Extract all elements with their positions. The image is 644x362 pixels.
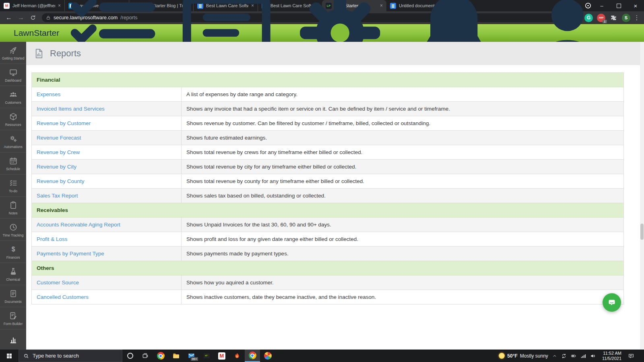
sidebar-item-time-tracking[interactable]: Time Tracking: [0, 219, 26, 241]
sidebar-item-dashboard[interactable]: Dashboard: [0, 64, 26, 86]
sidebar-item-label: Schedule: [6, 167, 20, 171]
sidebar-item-label: Form Builder: [4, 322, 23, 326]
report-link-revenue-forecast[interactable]: Revenue Forecast: [37, 135, 81, 141]
report-name-cell: Cancelled Customers: [32, 290, 182, 304]
report-link-expenses[interactable]: Expenses: [37, 91, 60, 97]
report-name-cell: Revenue by City: [32, 160, 182, 174]
sidebar-item-notes[interactable]: Notes: [0, 197, 26, 219]
network-icon[interactable]: [580, 353, 586, 359]
taskbar-app-pinwheel[interactable]: [260, 350, 275, 362]
cortana-button[interactable]: [122, 350, 138, 362]
taskbar-app-mail[interactable]: 99+: [184, 350, 199, 362]
reload-button[interactable]: [27, 12, 39, 23]
report-name-cell: Revenue by Customer: [32, 116, 182, 130]
report-name-cell: Expenses: [32, 87, 182, 101]
section-header-others: Others: [32, 261, 623, 276]
sidebar-item-label: Finances: [6, 255, 20, 259]
sidebar-item-label: Automations: [4, 145, 22, 149]
brand-logo[interactable]: LawnStarter: [14, 28, 59, 38]
taskbar-app-nvidia[interactable]: [199, 350, 214, 362]
reports-table: FinancialExpensesA list of expenses by d…: [31, 72, 624, 304]
report-link-cancelled-customers[interactable]: Cancelled Customers: [37, 294, 89, 300]
taskbar-app-chrome[interactable]: [153, 350, 168, 362]
sidebar: Getting StartedDashboardCustomersResourc…: [0, 42, 26, 350]
intercom-chat-button[interactable]: [603, 293, 621, 312]
table-row: Sales Tax ReportShows sales tax based on…: [32, 189, 623, 203]
mail-badge: 99+: [190, 357, 198, 361]
report-link-revenue-by-county[interactable]: Revenue by County: [37, 178, 85, 184]
calendar-icon: [9, 156, 18, 165]
sidebar-item-customers[interactable]: Customers: [0, 86, 26, 108]
sidebar-item-label: Notes: [9, 211, 18, 215]
report-description: Shows inactive customers, date they beca…: [186, 294, 376, 300]
sidebar-item-label: Documents: [4, 300, 21, 304]
weather-desc: Mostly sunny: [520, 353, 548, 359]
sidebar-item-getting-started[interactable]: Getting Started: [0, 42, 26, 64]
close-button[interactable]: ×: [627, 0, 644, 11]
action-center-icon[interactable]: [628, 353, 634, 359]
report-link-accounts-receivable-aging-report[interactable]: Accounts Receivable Aging Report: [37, 222, 120, 228]
monitor-icon: [9, 68, 18, 77]
gmail-icon: M: [218, 352, 225, 360]
chart-icon: [9, 335, 18, 344]
browser-menu-icon[interactable]: ⋮: [633, 14, 641, 21]
scrollbar-thumb[interactable]: [640, 224, 644, 240]
clock-icon: [9, 223, 18, 232]
cube-icon: [9, 112, 18, 121]
sync-icon[interactable]: [561, 353, 567, 359]
taskbar-app-chrome-open[interactable]: [245, 350, 260, 362]
report-link-payments-by-payment-type[interactable]: Payments by Payment Type: [37, 251, 104, 257]
sidebar-item-resources[interactable]: Resources: [0, 108, 26, 130]
report-description: A list of expenses by date range and cat…: [186, 91, 297, 97]
report-description-cell: Shows future estimated earnings.: [182, 131, 623, 145]
weather-widget[interactable]: 50°F Mostly sunny: [499, 353, 548, 359]
sidebar-item-documents[interactable]: Documents: [0, 285, 26, 307]
start-button[interactable]: [0, 350, 19, 362]
report-description: Shows revenue by customer. Can be filter…: [186, 120, 430, 126]
taskbar-search[interactable]: Type here to search: [19, 350, 122, 362]
report-link-revenue-by-city[interactable]: Revenue by City: [37, 164, 76, 170]
page-scrollbar[interactable]: [640, 42, 644, 350]
sidebar-item-to-do[interactable]: To-do: [0, 175, 26, 197]
volume-icon[interactable]: [590, 353, 596, 359]
taskbar-app-gmail[interactable]: M: [214, 350, 229, 362]
forward-button[interactable]: →: [15, 12, 27, 23]
lock-icon: [46, 15, 51, 20]
chrome-icon: [249, 352, 256, 359]
battery-icon[interactable]: [571, 353, 576, 359]
browser-tab-jeff-herman-jeffherman17-in[interactable]: MJeff Herman (@jeffherman17) in×: [0, 0, 64, 11]
table-row: Payments by Payment TypeShows payments m…: [32, 247, 623, 261]
report-link-sales-tax-report[interactable]: Sales Tax Report: [37, 193, 78, 199]
sidebar-item-finances[interactable]: $Finances: [0, 241, 26, 263]
report-link-revenue-by-customer[interactable]: Revenue by Customer: [37, 120, 91, 126]
gears-icon: [9, 134, 18, 143]
sidebar-item-chemical[interactable]: Chemical: [0, 263, 26, 285]
report-description: Shows any invoice that had a specific it…: [186, 106, 450, 112]
sidebar-item-form-builder[interactable]: Form Builder: [0, 307, 26, 329]
customers-icon: [9, 90, 18, 99]
report-name-cell: Accounts Receivable Aging Report: [32, 218, 182, 232]
report-description-cell: Shows how you aquired a customer.: [182, 276, 623, 290]
report-description: Shows Unpaid Invoices for the last 30, 6…: [186, 222, 331, 228]
sidebar-item-label: Getting Started: [2, 56, 25, 60]
task-view-button[interactable]: [138, 350, 153, 362]
back-button[interactable]: ←: [3, 12, 14, 23]
sidebar-item-automations[interactable]: Automations: [0, 130, 26, 152]
main-content: Reports FinancialExpensesA list of expen…: [26, 42, 644, 350]
file-explorer-icon: [172, 352, 180, 360]
dollar-icon: $: [9, 245, 18, 254]
tray-expand-icon[interactable]: [552, 354, 557, 358]
taskbar-clock[interactable]: 11:52 AM 11/5/2021: [602, 351, 621, 361]
taskbar-app-file-explorer[interactable]: [168, 350, 184, 362]
report-link-profit-loss[interactable]: Profit & Loss: [37, 236, 68, 242]
section-title: Others: [37, 265, 54, 271]
taskbar-app-flame[interactable]: [229, 350, 245, 362]
gmail-favicon: M: [4, 3, 10, 9]
report-link-customer-source[interactable]: Customer Source: [37, 280, 79, 286]
report-description: Shows payments made by payment types.: [186, 251, 289, 257]
sidebar-item-schedule[interactable]: Schedule: [0, 152, 26, 175]
browser-avatar[interactable]: S: [622, 14, 630, 22]
report-link-revenue-by-crew[interactable]: Revenue by Crew: [37, 149, 80, 155]
sidebar-item-chart[interactable]: [0, 329, 26, 350]
report-link-invoiced-items-and-services[interactable]: Invoiced Items and Services: [37, 106, 105, 112]
